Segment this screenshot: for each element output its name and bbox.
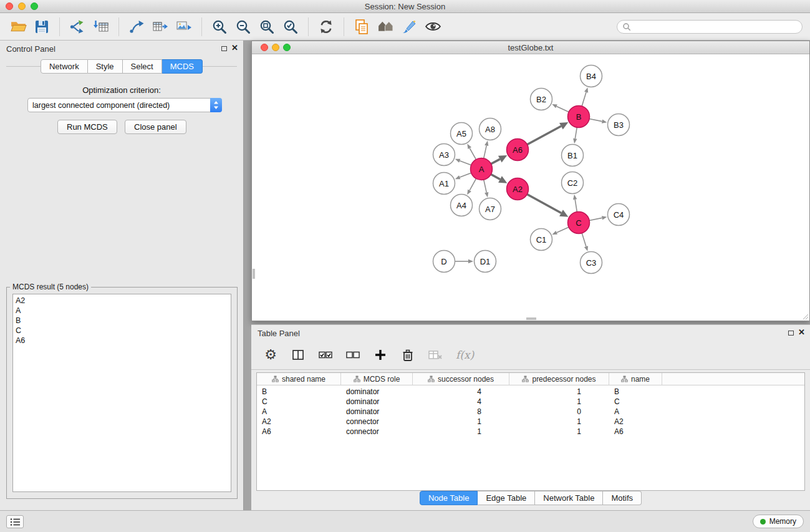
table-float-icon[interactable] — [788, 331, 794, 336]
tab-style[interactable]: Style — [88, 59, 123, 74]
column-header-MCDS-role[interactable]: MCDS role — [341, 373, 413, 385]
graph-edge-A-A3[interactable] — [455, 159, 471, 165]
import-network-button[interactable] — [66, 16, 89, 38]
close-panel-button[interactable]: Close panel — [125, 120, 186, 134]
table-row[interactable]: Adominator80A — [257, 407, 804, 417]
close-panel-icon[interactable]: ✕ — [231, 43, 238, 52]
resize-grip-icon[interactable] — [803, 314, 809, 320]
graph-node-A8[interactable]: A8 — [480, 118, 501, 140]
graph-edge-C-C4[interactable] — [589, 216, 607, 220]
table-row[interactable]: A6connector11A6 — [257, 427, 804, 437]
column-header-shared-name[interactable]: shared name — [257, 373, 341, 385]
fullscreen-window-button[interactable] — [31, 2, 38, 10]
graph-edge-B-B3[interactable] — [589, 118, 607, 123]
graph-edge-A-A4[interactable] — [467, 178, 476, 195]
graph-edge-A-A1[interactable] — [455, 173, 471, 179]
column-header-successor-nodes[interactable]: successor nodes — [413, 373, 509, 385]
graph-node-D1[interactable]: D1 — [475, 251, 496, 273]
zoom-fit-button[interactable] — [256, 16, 278, 38]
delete-table-button[interactable] — [426, 346, 445, 364]
select-all-button[interactable] — [316, 346, 335, 364]
tab-edge-table[interactable]: Edge Table — [478, 491, 535, 505]
zoom-out-button[interactable] — [232, 16, 254, 38]
graph-node-B2[interactable]: B2 — [531, 89, 552, 110]
open-file-button[interactable] — [7, 16, 29, 38]
graph-node-D[interactable]: D — [433, 251, 455, 273]
table-settings-button[interactable]: ⚙ — [261, 346, 280, 364]
export-image-button[interactable] — [173, 16, 195, 38]
optimization-criterion-dropdown[interactable]: largest connected component (directed) — [27, 98, 222, 112]
graph-edge-A-A6[interactable] — [491, 155, 507, 164]
graph-edge-A6-B[interactable] — [527, 122, 568, 145]
mcds-result-item[interactable]: A — [16, 306, 228, 316]
tab-node-table[interactable]: Node Table — [420, 491, 478, 505]
tab-network-table[interactable]: Network Table — [535, 491, 603, 505]
graph-node-A7[interactable]: A7 — [480, 198, 501, 220]
run-mcds-button[interactable]: Run MCDS — [57, 120, 117, 134]
minimize-window-button[interactable] — [18, 2, 26, 10]
canvas-scroll-nub-bottom[interactable] — [526, 317, 536, 320]
tab-select[interactable]: Select — [123, 59, 162, 74]
import-table-button[interactable] — [90, 16, 112, 38]
network-canvas[interactable]: AA1A2A3A4A5A6A7A8BB1B2B3B4CC1C2C3C4DD1 — [252, 54, 809, 321]
copy-document-button[interactable] — [350, 16, 373, 38]
graph-node-C2[interactable]: C2 — [562, 172, 584, 194]
graph-node-B[interactable]: B — [568, 106, 590, 128]
graph-node-A5[interactable]: A5 — [451, 123, 473, 145]
table-row[interactable]: Bdominator41B — [257, 387, 804, 397]
graph-node-A[interactable]: A — [471, 158, 493, 180]
graph-edge-B-B4[interactable] — [582, 87, 588, 106]
home-button[interactable] — [374, 16, 397, 38]
canvas-scroll-nub-left[interactable] — [253, 269, 255, 279]
zoom-selected-button[interactable] — [279, 16, 302, 38]
table-close-icon[interactable]: ✕ — [798, 327, 805, 337]
graph-edge-A-A7[interactable] — [484, 180, 489, 197]
column-visibility-button[interactable] — [289, 346, 307, 364]
graph-edge-A-A8[interactable] — [484, 141, 489, 158]
function-builder-button[interactable]: f(x) — [453, 349, 474, 361]
style-brush-button[interactable] — [398, 16, 420, 38]
mcds-result-item[interactable]: B — [16, 316, 228, 326]
graph-edge-A2-C[interactable] — [527, 194, 568, 216]
search-input[interactable] — [634, 22, 797, 31]
add-column-button[interactable] — [371, 346, 390, 364]
network-close-button[interactable] — [261, 44, 268, 51]
graph-node-C1[interactable]: C1 — [531, 229, 552, 251]
graph-edge-A-A5[interactable] — [467, 144, 476, 160]
graph-edge-C-C3[interactable] — [582, 233, 588, 251]
graph-node-A2[interactable]: A2 — [507, 178, 529, 200]
mcds-result-list[interactable]: A2ABCA6 — [12, 294, 231, 492]
graph-node-A3[interactable]: A3 — [433, 144, 455, 166]
task-history-button[interactable] — [6, 515, 24, 528]
graph-edge-C-C1[interactable] — [552, 227, 569, 235]
graph-node-A4[interactable]: A4 — [451, 195, 473, 216]
table-row[interactable]: Cdominator41C — [257, 397, 804, 407]
graph-node-A1[interactable]: A1 — [433, 173, 455, 195]
table-row[interactable]: A2connector11A2 — [257, 417, 804, 427]
save-session-button[interactable] — [31, 16, 53, 38]
tab-motifs[interactable]: Motifs — [603, 491, 642, 505]
network-canvas-area[interactable]: AA1A2A3A4A5A6A7A8BB1B2B3B4CC1C2C3C4DD1 — [252, 54, 809, 321]
export-table-button[interactable] — [149, 16, 171, 38]
graph-node-B3[interactable]: B3 — [608, 114, 630, 136]
graph-edge-D-D1[interactable] — [455, 259, 474, 263]
close-window-button[interactable] — [6, 2, 13, 10]
column-header-predecessor-nodes[interactable]: predecessor nodes — [509, 373, 609, 385]
mcds-result-item[interactable]: A6 — [16, 336, 228, 346]
network-minimize-button[interactable] — [272, 44, 279, 51]
column-header-name[interactable]: name — [609, 373, 662, 385]
float-panel-icon[interactable] — [221, 46, 227, 51]
graph-edge-A-A2[interactable] — [491, 174, 507, 183]
graph-node-B1[interactable]: B1 — [562, 145, 584, 167]
graph-node-C[interactable]: C — [568, 212, 590, 234]
mcds-result-item[interactable]: C — [16, 326, 228, 336]
tab-network[interactable]: Network — [41, 59, 88, 74]
memory-button[interactable]: Memory — [753, 515, 804, 528]
mcds-result-item[interactable]: A2 — [16, 296, 228, 306]
export-network-button[interactable] — [125, 16, 148, 38]
graph-edge-B-B2[interactable] — [552, 104, 569, 112]
graph-node-A6[interactable]: A6 — [507, 139, 529, 161]
search-box[interactable] — [617, 20, 803, 34]
graph-edge-C-C2[interactable] — [573, 195, 577, 212]
deselect-all-button[interactable] — [344, 346, 362, 364]
